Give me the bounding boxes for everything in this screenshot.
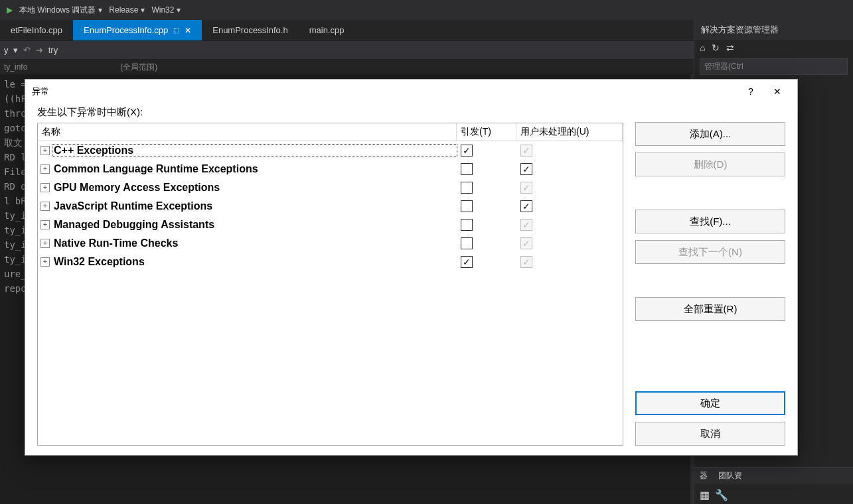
- exception-row[interactable]: +GPU Memory Access Exceptions: [38, 178, 623, 197]
- exception-name: GPU Memory Access Exceptions: [52, 182, 457, 194]
- help-button[interactable]: ?: [737, 82, 764, 101]
- exception-row[interactable]: +C++ Exceptions: [38, 141, 623, 160]
- solution-search[interactable]: 管理器(Ctrl: [700, 58, 848, 75]
- exception-name: Native Run-Time Checks: [52, 237, 457, 249]
- expand-icon[interactable]: +: [40, 146, 50, 155]
- tab-file-1[interactable]: EnumProcessInfo.cpp ⬚ ✕: [73, 20, 202, 40]
- debug-target-dropdown[interactable]: 本地 Windows 调试器 ▾: [19, 5, 102, 16]
- tab-file-0[interactable]: etFileInfo.cpp: [0, 20, 73, 40]
- close-icon[interactable]: ✕: [185, 26, 191, 35]
- nav-left-dropdown[interactable]: y ▾: [4, 45, 18, 55]
- col-user[interactable]: 用户未处理的(U): [516, 123, 623, 141]
- exception-name: Win32 Exceptions: [52, 256, 457, 268]
- crumb-center[interactable]: (全局范围): [120, 62, 157, 73]
- exceptions-dialog: 异常 ? ✕ 发生以下异常时中断(X): 名称 引发(T) 用户未处理的(U) …: [25, 79, 798, 456]
- col-thrown[interactable]: 引发(T): [457, 123, 516, 141]
- thrown-checkbox[interactable]: [461, 219, 473, 231]
- platform-dropdown[interactable]: Win32 ▾: [151, 5, 181, 15]
- reset-all-button[interactable]: 全部重置(R): [635, 297, 785, 321]
- wrench-icon[interactable]: 🔧: [715, 489, 728, 501]
- exception-row[interactable]: +Win32 Exceptions: [38, 253, 623, 271]
- dialog-buttons: 添加(A)... 删除(D) 查找(F)... 查找下一个(N) 全部重置(R)…: [635, 106, 785, 446]
- dialog-prompt: 发生以下异常时中断(X):: [37, 106, 623, 119]
- sync-icon[interactable]: ⇄: [726, 42, 734, 53]
- dialog-title: 异常: [32, 86, 49, 97]
- col-name[interactable]: 名称: [38, 123, 457, 141]
- thrown-checkbox[interactable]: [461, 237, 473, 249]
- tab-file-3[interactable]: main.cpp: [299, 20, 355, 40]
- panel-tab-1[interactable]: 团队资: [713, 468, 747, 484]
- nav-arrow-icon: ➜: [36, 45, 43, 55]
- panel-tab-0[interactable]: 器: [694, 468, 713, 484]
- thrown-checkbox[interactable]: [461, 256, 473, 268]
- find-button[interactable]: 查找(F)...: [635, 210, 785, 233]
- exception-row[interactable]: +Managed Debugging Assistants: [38, 216, 623, 234]
- thrown-checkbox[interactable]: [461, 145, 473, 157]
- home-icon[interactable]: ⌂: [700, 42, 705, 53]
- panel-tabs: 器 团队资: [694, 467, 853, 484]
- expand-icon[interactable]: +: [40, 202, 50, 211]
- tab-file-2[interactable]: EnumProcessInfo.h: [202, 20, 298, 40]
- user-unhandled-checkbox: [520, 256, 532, 268]
- exception-name: Managed Debugging Assistants: [52, 219, 457, 231]
- user-unhandled-checkbox: [520, 219, 532, 231]
- cancel-button[interactable]: 取消: [635, 422, 785, 446]
- expand-icon[interactable]: +: [40, 183, 50, 192]
- exception-list[interactable]: 名称 引发(T) 用户未处理的(U) +C++ Exceptions+Commo…: [37, 123, 623, 446]
- refresh-icon[interactable]: ↻: [712, 42, 720, 53]
- pin-icon[interactable]: ⬚: [173, 27, 179, 34]
- properties-icon[interactable]: ▦: [700, 489, 710, 501]
- grid-header: 名称 引发(T) 用户未处理的(U): [38, 123, 623, 141]
- main-toolbar: ▶ 本地 Windows 调试器 ▾ Release ▾ Win32 ▾: [0, 0, 853, 20]
- crumb-left[interactable]: ty_info: [4, 62, 27, 72]
- exception-row[interactable]: +JavaScript Runtime Exceptions: [38, 197, 623, 216]
- dialog-titlebar: 异常 ? ✕: [25, 80, 797, 103]
- nav-scope[interactable]: try: [48, 45, 58, 55]
- dialog-close-button[interactable]: ✕: [764, 82, 791, 101]
- user-unhandled-checkbox: [520, 182, 532, 194]
- thrown-checkbox[interactable]: [461, 200, 473, 212]
- delete-button: 删除(D): [635, 153, 785, 176]
- panel-icons: ▦ 🔧: [700, 489, 728, 501]
- nav-back-icon[interactable]: ↶: [23, 45, 31, 55]
- expand-icon[interactable]: +: [40, 239, 50, 248]
- thrown-checkbox[interactable]: [461, 182, 473, 194]
- exception-row[interactable]: +Common Language Runtime Exceptions: [38, 160, 623, 178]
- exception-row[interactable]: +Native Run-Time Checks: [38, 234, 623, 253]
- solution-toolbar: ⌂ ↻ ⇄: [694, 40, 853, 56]
- user-unhandled-checkbox: [520, 145, 532, 157]
- solution-title: 解决方案资源管理器: [694, 20, 853, 40]
- thrown-checkbox[interactable]: [461, 163, 473, 175]
- exception-name: C++ Exceptions: [52, 145, 457, 157]
- start-debug-icon[interactable]: ▶: [7, 5, 13, 15]
- expand-icon[interactable]: +: [40, 220, 50, 229]
- exception-name: JavaScript Runtime Exceptions: [52, 200, 457, 212]
- user-unhandled-checkbox[interactable]: [520, 163, 532, 175]
- expand-icon[interactable]: +: [40, 257, 50, 267]
- expand-icon[interactable]: +: [40, 164, 50, 174]
- user-unhandled-checkbox[interactable]: [520, 200, 532, 212]
- find-next-button: 查找下一个(N): [635, 240, 785, 264]
- exception-name: Common Language Runtime Exceptions: [52, 163, 457, 175]
- user-unhandled-checkbox: [520, 237, 532, 249]
- config-dropdown[interactable]: Release ▾: [109, 5, 145, 15]
- add-button[interactable]: 添加(A)...: [635, 122, 785, 146]
- ok-button[interactable]: 确定: [635, 391, 785, 415]
